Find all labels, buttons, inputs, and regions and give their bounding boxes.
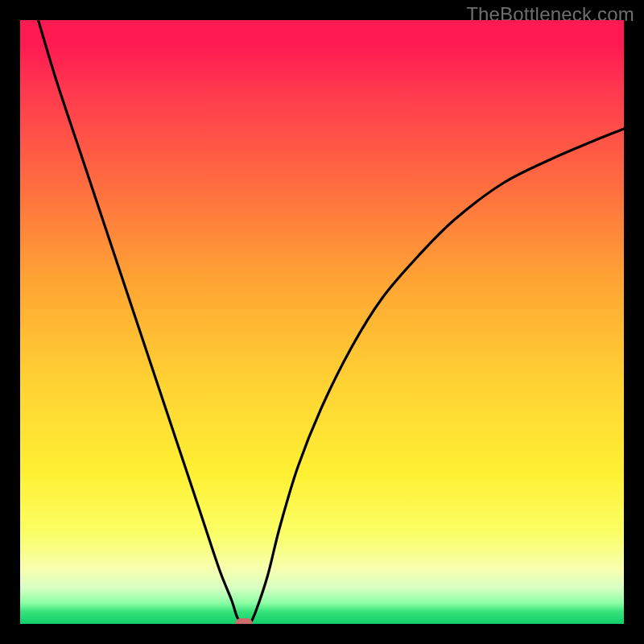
bottleneck-curve [20, 20, 624, 624]
plot-area [20, 20, 624, 624]
optimal-point-marker [235, 618, 253, 624]
chart-frame: TheBottleneck.com [0, 0, 644, 644]
